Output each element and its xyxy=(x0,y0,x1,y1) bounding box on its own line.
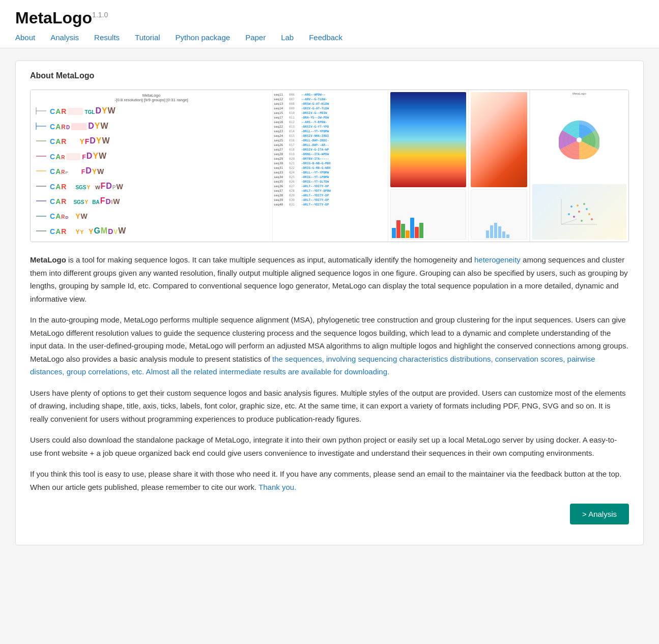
radial-panel: MetaLogo xyxy=(530,90,628,242)
seq-row: seq34025-DRIG--YT-LPDMW xyxy=(274,174,387,179)
sequence-list-panel: seq11006--ARG--WPDW-- seq12007--ARV--G-T… xyxy=(273,90,388,242)
tree-branch-icon xyxy=(34,136,49,145)
card-title: About MetaLogo xyxy=(30,71,629,80)
logo-panel: MetaLogo-[0.8 resolution] [9/9 groups] [… xyxy=(31,90,273,242)
seq-row: seq39030-ARLT--YDITY-DP xyxy=(274,197,387,202)
seq-row: seq30021-DRIG-B-NB-G-MDX xyxy=(274,161,387,165)
logo-rows: CAR TGLDYW CARD DYW xyxy=(34,103,269,239)
heatmap-image xyxy=(390,92,466,187)
seq-row: seq27018-DRSIV-G-ITA-WP xyxy=(274,147,387,152)
radial-chart xyxy=(532,98,626,182)
nav-lab[interactable]: Lab xyxy=(281,33,294,48)
bar-item xyxy=(396,220,400,238)
seq-row: seq31022-DRIG-G-RB-G-WDX xyxy=(274,165,387,170)
bar-item xyxy=(419,223,423,238)
bar-item xyxy=(410,218,414,238)
svg-point-29 xyxy=(573,216,575,218)
tree-branch-icon xyxy=(34,152,49,161)
svg-rect-15 xyxy=(502,231,505,238)
svg-point-26 xyxy=(578,211,580,213)
matrix-panel xyxy=(469,90,530,242)
seq-row: seq22013-DRSIV-G-YT-YPD xyxy=(274,124,387,129)
seq-row: seq13008-DRSW-G-AT-KLDW xyxy=(274,101,387,106)
content-wrapper: About MetaLogo MetaLogo-[0.8 resolution]… xyxy=(0,48,659,558)
tree-branch-icon xyxy=(34,212,49,221)
svg-point-32 xyxy=(591,218,593,220)
seq-row: seq23014-DRLL--YT-YPDMW xyxy=(274,129,387,133)
seq-row: seq15010-DRSIV-G--PDIW xyxy=(274,110,387,115)
bar-item xyxy=(415,227,419,238)
logo-row: CARD Y W xyxy=(34,211,269,222)
svg-point-28 xyxy=(588,213,590,215)
seq-row: seq26017-DRLL-DWY--AR-- xyxy=(274,142,387,147)
seq-row: seq36027-ARLT--YDITY-DP xyxy=(274,184,387,188)
nav-python[interactable]: Python package xyxy=(176,33,231,48)
tree-branch-icon xyxy=(34,182,49,191)
tree-branch-icon xyxy=(34,166,49,175)
image-strip: MetaLogo-[0.8 resolution] [9/9 groups] [… xyxy=(30,90,629,242)
seq-row: seq11006--ARG--WPDW-- xyxy=(274,92,387,97)
navigation: About Analysis Results Tutorial Python p… xyxy=(15,33,644,48)
logo-row: CAR YY YGMDVW xyxy=(34,225,269,237)
svg-point-21 xyxy=(577,137,582,142)
seq-row: seq18012--ARS--Y-RPDW- xyxy=(274,120,387,124)
seq-row: seq35026-DRIG--YT-GLTDW xyxy=(274,179,387,184)
svg-rect-16 xyxy=(506,235,509,238)
tree-branch-icon xyxy=(34,226,49,236)
seq-row: seq14009-GRIV-G-AT-TLDW xyxy=(274,106,387,110)
svg-point-31 xyxy=(568,213,570,215)
paragraph-3: Users have plenty of options to get thei… xyxy=(30,387,629,426)
svg-point-33 xyxy=(581,220,583,222)
seq-row: seq38029-ARLT--YDITY-DP xyxy=(274,193,387,197)
radial-svg xyxy=(559,120,599,160)
nav-about[interactable]: About xyxy=(15,33,35,48)
svg-point-30 xyxy=(586,208,588,210)
matrix-image xyxy=(471,92,527,187)
nav-results[interactable]: Results xyxy=(94,33,120,48)
seq-row: seq17011-DRA-YS--3W-PDW xyxy=(274,115,387,120)
seq-row: seq37028-ARLT--YDTY-DPDW xyxy=(274,188,387,193)
logo-row: CAR SGSY wFDPW xyxy=(34,181,269,192)
scatter-3d-chart xyxy=(532,184,626,240)
about-card: About MetaLogo MetaLogo-[0.8 resolution]… xyxy=(15,61,644,545)
nav-analysis[interactable]: Analysis xyxy=(50,33,79,48)
tree-branch-icon xyxy=(34,196,49,206)
seq-row: seq25016-DRLL-DWY-IRDI- xyxy=(274,138,387,142)
tree-branch-icon xyxy=(34,122,49,131)
app-title: MetaLogo1.1.0 xyxy=(15,9,644,27)
paragraph-4: Users could also download the standalone… xyxy=(30,433,629,459)
svg-point-25 xyxy=(570,206,572,208)
svg-line-24 xyxy=(561,219,577,224)
svg-rect-13 xyxy=(494,223,497,238)
paragraph-2: In the auto-grouping mode, MetaLogo perf… xyxy=(30,313,629,378)
seq-row: seq40031-ARLT--YDITY-DP xyxy=(274,202,387,207)
seq-row: seq24015-DRSIV-NHA-IRDI xyxy=(274,133,387,138)
nav-paper[interactable]: Paper xyxy=(245,33,266,48)
histogram-container xyxy=(471,189,527,240)
analysis-button[interactable]: > Analysis xyxy=(570,504,629,524)
logo-row: CAR TGLDYW xyxy=(34,105,269,116)
header: MetaLogo1.1.0 About Analysis Results Tut… xyxy=(0,0,659,48)
bar-item xyxy=(392,228,396,238)
scatter-3d-svg xyxy=(556,196,602,227)
seq-row: seq28019-DRNG--ITA-WPDW xyxy=(274,152,387,156)
svg-rect-14 xyxy=(498,226,501,238)
logo-row: CARD DYW xyxy=(34,121,269,132)
logo-row: CAR SGSY BAFDIW xyxy=(34,195,269,207)
bar-item xyxy=(401,224,405,238)
seq-row: seq33024-DRLL--YT-YPDMW xyxy=(274,170,387,174)
histogram-chart xyxy=(485,220,513,238)
nav-tutorial[interactable]: Tutorial xyxy=(135,33,160,48)
svg-rect-12 xyxy=(490,225,493,238)
paragraph-1: MetaLogo is a tool for making sequence l… xyxy=(30,253,629,305)
heatmap-panel xyxy=(388,90,468,242)
seq-row: seq12007--ARV--G-TLDW- xyxy=(274,97,387,101)
bar-chart xyxy=(390,189,466,240)
svg-point-27 xyxy=(583,203,585,205)
paragraph-5: If you think this tool is easy to use, p… xyxy=(30,467,629,493)
bar-item xyxy=(406,230,410,238)
nav-feedback[interactable]: Feedback xyxy=(309,33,342,48)
seq-row: seq29020-DRTBV-ITA----- xyxy=(274,156,387,161)
svg-point-34 xyxy=(577,204,579,207)
tree-branch-icon xyxy=(34,106,49,115)
